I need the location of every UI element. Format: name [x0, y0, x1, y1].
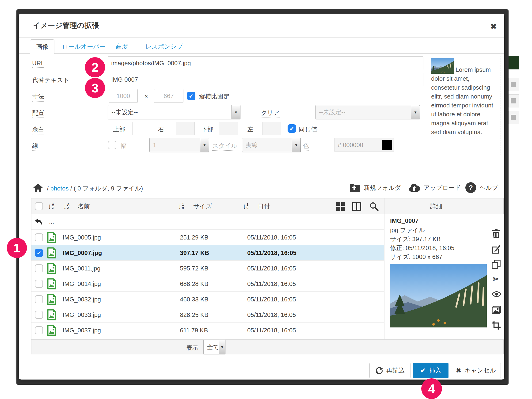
margin-top-label: 上部 [113, 125, 125, 134]
file-row[interactable]: IMG_0014.jpg688.28 KB05/11/2018, 16:05 [32, 276, 384, 291]
home-icon[interactable] [33, 183, 43, 193]
back-arrow-icon [34, 217, 43, 226]
width-input[interactable] [109, 89, 138, 103]
image-resize-icon[interactable] [492, 306, 500, 315]
page-behind-row [508, 111, 519, 124]
duplicate-icon[interactable] [492, 260, 500, 269]
sort-date-icon[interactable]: ↓ 19 [242, 202, 248, 211]
column-header-name[interactable]: 名前 [78, 198, 90, 214]
file-date: 05/11/2018, 16:05 [247, 276, 296, 291]
parent-folder-label: ... [49, 214, 54, 230]
file-date: 05/11/2018, 16:05 [247, 307, 296, 323]
clear-select[interactable]: --未設定-- ▼ [316, 105, 420, 119]
column-header-size[interactable]: サイズ [193, 198, 212, 214]
image-file-icon [47, 232, 56, 243]
step-badge-3: 3 [85, 78, 105, 98]
alignment-select[interactable]: --未設定-- ▼ [108, 105, 241, 119]
margin-right-label: 右 [158, 125, 164, 134]
tab-advanced[interactable]: 高度 [116, 39, 128, 54]
border-color-label: 色 [303, 142, 309, 151]
row-checkbox[interactable] [35, 311, 43, 319]
border-width-select[interactable]: 1 ▼ [149, 138, 209, 152]
file-size: 611.79 KB [180, 323, 208, 338]
file-row[interactable]: IMG_0032.jpg460.33 KB05/11/2018, 16:05 [32, 291, 384, 307]
row-checkbox[interactable] [35, 264, 43, 272]
chevron-down-icon: ▼ [232, 105, 241, 119]
cloud-upload-icon [408, 183, 420, 192]
file-row[interactable]: IMG_0033.jpg828.25 KB05/11/2018, 16:05 [32, 307, 384, 323]
page-behind-header [508, 56, 519, 70]
file-row[interactable]: IMG_0005.jpg251.29 KB05/11/2018, 16:05 [32, 230, 384, 245]
border-width-checkbox[interactable] [108, 141, 116, 149]
file-date: 05/11/2018, 16:05 [247, 245, 297, 261]
new-folder-button[interactable]: 新規フォルダ [349, 182, 401, 194]
file-name: IMG_0011.jpg [63, 261, 100, 276]
delete-icon[interactable] [492, 229, 500, 238]
breadcrumb: / photos / ( 0 フォルダ, 9 ファイル) [47, 184, 143, 193]
sort-files-alpha-icon[interactable]: ↓ AZ [63, 202, 70, 211]
help-button[interactable]: ? ヘルプ [465, 182, 498, 194]
color-swatch[interactable] [382, 140, 392, 150]
image-file-icon [47, 278, 56, 290]
cancel-button[interactable]: ✖ キャンセル [451, 363, 501, 378]
file-row[interactable]: IMG_0037.jpg611.79 KB05/11/2018, 16:05 [32, 323, 384, 338]
sort-size-icon[interactable]: ↓ 19 [178, 202, 184, 211]
rename-icon[interactable] [492, 244, 500, 253]
upload-button[interactable]: アップロード [408, 182, 461, 194]
cut-icon[interactable]: ✂ [492, 275, 500, 284]
margin-top-input[interactable] [133, 122, 151, 135]
alt-text-label: 代替テキスト [32, 76, 69, 85]
column-header-date[interactable]: 日付 [258, 198, 270, 214]
row-checkbox[interactable] [35, 326, 43, 334]
step-badge-4: 4 [421, 378, 442, 399]
border-style-select[interactable]: 実線 ▼ [242, 138, 301, 152]
reload-button[interactable]: 再読込 [369, 363, 411, 378]
row-checkbox[interactable] [35, 233, 43, 241]
constrain-checkbox[interactable]: ✔ [187, 92, 195, 100]
row-checkbox[interactable]: ✔ [35, 249, 43, 257]
dimensions-label: 寸法 [32, 92, 44, 101]
tab-bar: 画像 ロールオーバー 高度 レスポンシブ [19, 39, 504, 54]
file-list: ...IMG_0005.jpg251.29 KB05/11/2018, 16:0… [32, 214, 384, 339]
tab-rollover[interactable]: ロールオーバー [62, 39, 105, 54]
step-badge-1: 1 [7, 238, 27, 258]
same-value-checkbox[interactable]: ✔ [288, 124, 296, 133]
height-input[interactable] [154, 89, 184, 103]
grid-view-icon[interactable] [336, 202, 345, 211]
sort-folders-alpha-icon[interactable]: ↓ AZ [48, 202, 54, 211]
step-badge-2: 2 [85, 57, 105, 77]
crop-icon[interactable] [492, 321, 500, 329]
preview-eye-icon[interactable] [492, 291, 500, 299]
file-size: 251.29 KB [180, 230, 208, 245]
dialog-header: イメージ管理の拡張 ✖ [19, 14, 504, 38]
file-size: 397.17 KB [180, 245, 209, 261]
table-footer: 表示 全て ▼ [32, 339, 503, 355]
parent-folder-row[interactable]: ... [32, 214, 384, 230]
tab-image[interactable]: 画像 [30, 39, 54, 54]
select-all-checkbox[interactable] [35, 202, 43, 210]
margin-bottom-input[interactable] [219, 122, 238, 135]
show-select[interactable]: 全て ▼ [203, 340, 225, 354]
row-checkbox[interactable] [35, 280, 43, 288]
alt-text-input[interactable] [108, 73, 423, 86]
url-input[interactable] [108, 56, 423, 70]
column-view-icon[interactable] [352, 202, 361, 211]
file-size: 688.28 KB [180, 276, 208, 291]
row-checkbox[interactable] [35, 295, 43, 303]
details-dimensions: サイズ: 1000 x 667 [390, 253, 442, 261]
margin-label: 余白 [32, 125, 44, 134]
show-label: 表示 [186, 344, 198, 352]
file-row[interactable]: IMG_0011.jpg595.72 KB05/11/2018, 16:05 [32, 261, 384, 276]
margin-right-input[interactable] [176, 122, 195, 135]
close-icon[interactable]: ✖ [486, 19, 501, 34]
insert-button[interactable]: ✔ 挿入 [413, 363, 449, 378]
tab-responsive[interactable]: レスポンシブ [146, 39, 183, 54]
file-date: 05/11/2018, 16:05 [247, 323, 296, 338]
file-row[interactable]: ✔IMG_0007.jpg397.17 KB05/11/2018, 16:05 [32, 245, 384, 261]
margin-left-input[interactable] [262, 122, 281, 135]
search-icon[interactable] [369, 202, 379, 211]
tutorial-screenshot: イメージ管理の拡張 ✖ 画像 ロールオーバー 高度 レスポンシブ URL 代替テ… [0, 0, 532, 399]
breadcrumb-folder-link[interactable]: photos [50, 185, 69, 192]
constrain-label: 縦横比固定 [199, 92, 229, 101]
chevron-down-icon: ▼ [219, 340, 225, 354]
